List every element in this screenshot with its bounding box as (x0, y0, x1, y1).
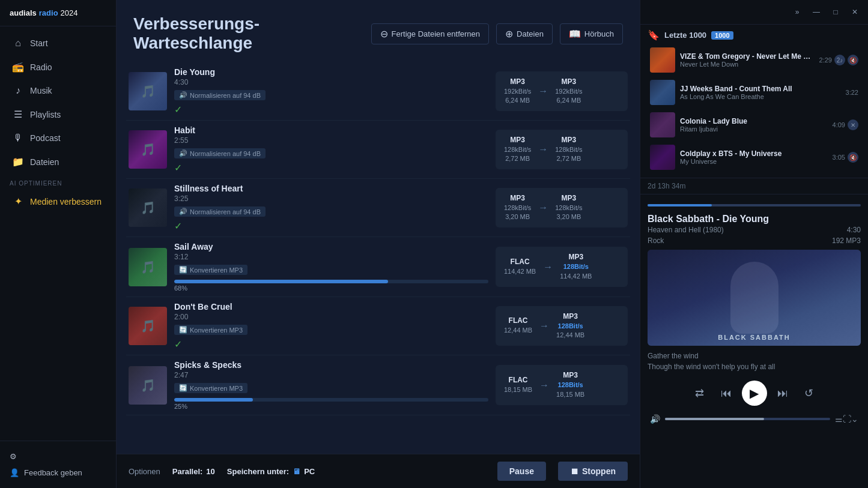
duration-habit: 2:55 (174, 136, 488, 145)
player-seekbar[interactable] (648, 204, 861, 206)
duration-sail-away: 3:12 (174, 253, 488, 261)
fertige-entfernen-label: Fertige Dateien entfernen (392, 29, 480, 38)
ai-icon: ✦ (12, 196, 24, 207)
radio-icon: 📻 (12, 61, 24, 73)
duration-spicks: 2:47 (174, 371, 488, 379)
recent-section: 🔖 Letzte 1000 1000 VIZE & Tom Gregory - … (640, 25, 868, 178)
sidebar-label-dateien: Dateien (30, 157, 59, 167)
volume-fill (665, 418, 764, 420)
sub-colonia: Ritam ljubavi (680, 125, 828, 133)
progress-bar-spicks (174, 398, 488, 402)
stop-button[interactable]: ⏹ Stoppen (558, 462, 628, 481)
player-track-sub: Heaven and Hell (1980) 4:30 (648, 226, 861, 234)
recent-item-vize[interactable]: VIZE & Tom Gregory - Never Let Me Down N… (648, 44, 861, 76)
info-spicks: Spicks & Specks 2:47 🔄 Konvertieren MP3 … (174, 360, 488, 410)
play-button[interactable]: ▶ (742, 381, 767, 406)
sidebar-item-medien-verbessern[interactable]: ✦ Medien verbessern (2, 190, 114, 213)
sidebar-item-musik[interactable]: ♪ Musik (2, 79, 114, 102)
thumb-jj (650, 80, 675, 105)
lyrics-line1: Gather the wind (648, 351, 861, 361)
sidebar-item-podcast[interactable]: 🎙 Podcast (2, 127, 114, 149)
queue-item-stillness: 🎵 Stillness of Heart 3:25 🔊 Normalisiere… (126, 179, 630, 237)
hoerbuch-label: Hörbuch (584, 29, 614, 38)
to-format-habit: MP3 128kBit/s 2,72 MB (555, 136, 582, 164)
format-habit: MP3 128kBit/s 2,72 MB → MP3 128kBit/s 2,… (496, 130, 628, 170)
sidebar-label-musik: Musik (30, 86, 52, 95)
fertige-entfernen-button[interactable]: ⊖ Fertige Dateien entfernen (371, 23, 489, 44)
shuffle-button[interactable]: ⇄ (689, 382, 711, 404)
feedback-item[interactable]: 👤 Feedback geben (10, 465, 106, 481)
hoerbuch-button[interactable]: 📖 Hörbuch (560, 23, 623, 44)
badge2-vize: 🔇 (848, 55, 858, 65)
recent-item-jj[interactable]: JJ Weeks Band - Count Them All As Long A… (648, 77, 861, 108)
parallel-info: Parallel: 10 (172, 467, 215, 476)
volume-slider[interactable] (665, 418, 830, 420)
minimize-button[interactable]: — (808, 4, 825, 20)
duration-coldplay: 3:05 (833, 154, 845, 161)
normalize-icon: 🔊 (179, 91, 187, 99)
save-label: Speichern unter: (227, 467, 289, 476)
meta-vize: 2:29 2♪ 🔇 (819, 55, 858, 65)
check-habit: ✓ (174, 162, 488, 173)
to-format-stillness: MP3 128kBit/s 3,20 MB (555, 194, 582, 222)
next-button[interactable]: ⏭ (772, 382, 794, 404)
settings-icon: ⚙ (10, 452, 17, 461)
player-album-art: BLACK SABBATH (648, 250, 861, 346)
sidebar-item-dateien[interactable]: 📁 Dateien (2, 150, 114, 173)
arrow-habit: → (536, 144, 550, 155)
convert-icon-spicks: 🔄 (179, 384, 187, 392)
sidebar-item-start[interactable]: ⌂ Start (2, 32, 114, 55)
thumb-sail-away: 🎵 (129, 248, 167, 286)
dateien-button[interactable]: ⊕ Dateien (496, 23, 553, 44)
from-format-spicks: FLAC 18,15 MB (504, 376, 532, 394)
player-track-format: Rock 192 MP3 (648, 236, 861, 245)
format-spicks: FLAC 18,15 MB → MP3 128Bit/s 18,15 MB (496, 365, 628, 405)
expand-button[interactable]: » (789, 4, 806, 20)
title-jj: JJ Weeks Band - Count Them All (680, 85, 841, 93)
files-icon: 📁 (12, 156, 24, 167)
arrow-dont: → (537, 321, 551, 331)
pc-icon: 🖥 (293, 467, 300, 476)
normalize-icon-habit: 🔊 (179, 149, 187, 157)
right-panel-header: » — □ ✕ (640, 0, 868, 25)
fullscreen-icon[interactable]: ⛶ (843, 414, 851, 424)
recent-label: Letzte 1000 (664, 31, 706, 40)
close-button[interactable]: ✕ (846, 4, 863, 20)
prev-button[interactable]: ⏮ (715, 382, 737, 404)
title-coldplay: Coldplay x BTS - My Universe (680, 149, 828, 158)
sidebar-label-radio: Radio (30, 62, 52, 72)
format-stillness: MP3 128kBit/s 3,20 MB → MP3 128kBit/s 3,… (496, 188, 628, 228)
main-header: Verbesserungs-Warteschlange ⊖ Fertige Da… (117, 0, 640, 62)
sub-jj: As Long As We Can Breathe (680, 93, 841, 100)
title-stillness: Stillness of Heart (174, 184, 488, 193)
info-jj: JJ Weeks Band - Count Them All As Long A… (680, 85, 841, 100)
thumb-spicks: 🎵 (129, 366, 167, 405)
player-lyrics: Gather the wind Though the wind won't he… (648, 351, 861, 372)
queue-item-spicks: 🎵 Spicks & Specks 2:47 🔄 Konvertieren MP… (126, 355, 630, 415)
settings-item[interactable]: ⚙ (10, 448, 106, 465)
recent-item-coldplay[interactable]: Coldplay x BTS - My Universe My Universe… (648, 142, 861, 173)
from-format-die-young: MP3 192kBit/s 6,24 MB (504, 77, 531, 106)
repeat-button[interactable]: ↺ (798, 382, 820, 404)
queue-item-sail-away: 🎵 Sail Away 3:12 🔄 Konvertieren MP3 68% … (126, 237, 630, 297)
add-icon: ⊕ (505, 28, 513, 40)
home-icon: ⌂ (12, 38, 24, 49)
sidebar-item-radio[interactable]: 📻 Radio (2, 55, 114, 79)
recent-header: 🔖 Letzte 1000 1000 (648, 29, 861, 41)
info-sail-away: Sail Away 3:12 🔄 Konvertieren MP3 68% (174, 242, 488, 292)
sidebar-item-playlists[interactable]: ☰ Playlists (2, 103, 114, 126)
badge2-colonia: ✕ (848, 119, 858, 130)
remove-icon: ⊖ (380, 28, 388, 40)
save-info: Speichern unter: 🖥 PC (227, 467, 315, 476)
chevron-down-icon[interactable]: ⌄ (851, 414, 858, 424)
info-colonia: Colonia - Lady Blue Ritam ljubavi (680, 117, 828, 133)
podcast-icon: 🎙 (12, 133, 24, 143)
playlists-icon: ☰ (12, 109, 24, 120)
thumb-stillness: 🎵 (129, 188, 167, 227)
recent-count: 1000 (711, 31, 733, 40)
maximize-button[interactable]: □ (827, 4, 844, 20)
options-label[interactable]: Optionen (129, 467, 160, 476)
pause-button[interactable]: Pause (497, 462, 546, 481)
user-icon: 👤 (10, 468, 19, 477)
recent-item-colonia[interactable]: Colonia - Lady Blue Ritam ljubavi 4:09 ✕ (648, 109, 861, 140)
